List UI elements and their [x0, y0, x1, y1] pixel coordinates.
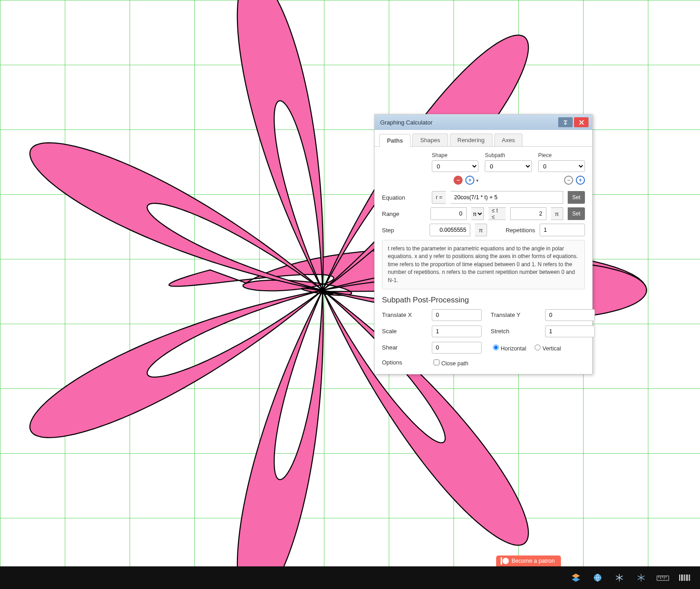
tab-bar: Paths Shapes Rendering Axes — [375, 130, 592, 147]
close-icon — [579, 120, 584, 125]
range-label: Range — [382, 211, 426, 217]
equation-set-button[interactable]: Set — [568, 191, 585, 204]
remove-subpath-icon[interactable]: − — [454, 176, 463, 185]
range-to-unit: π — [551, 207, 563, 220]
help-text: t refers to the parameter in parametric … — [382, 240, 585, 289]
dock-snowflake-icon[interactable] — [610, 569, 628, 587]
shear-label: Shear — [382, 344, 427, 351]
translate-y-label: Translate Y — [491, 311, 541, 318]
piece-header: Piece — [538, 152, 585, 158]
dock-barcode-icon[interactable] — [676, 569, 694, 587]
range-set-button[interactable]: Set — [568, 207, 585, 220]
dock-snowflake-alt-icon[interactable] — [632, 569, 650, 587]
tab-axes[interactable]: Axes — [494, 134, 523, 146]
dialog-titlebar[interactable]: Graphing Calculator — [375, 115, 592, 130]
chevron-down-icon[interactable]: ▾ — [476, 178, 478, 183]
step-unit: π — [475, 224, 487, 236]
bottom-dock — [0, 566, 700, 589]
step-input[interactable] — [430, 224, 470, 236]
orient-horizontal[interactable]: Horizontal — [491, 343, 526, 352]
equation-label: Equation — [382, 194, 427, 201]
scale-input[interactable] — [432, 326, 482, 337]
close-path-checkbox[interactable]: Close path — [432, 358, 599, 367]
range-to-input[interactable] — [510, 207, 546, 220]
minimize-icon — [563, 120, 568, 125]
range-from-unit[interactable]: π — [471, 207, 484, 220]
options-label: Options — [382, 359, 427, 366]
tab-paths[interactable]: Paths — [379, 134, 410, 147]
subpath-header: Subpath — [485, 152, 531, 158]
drawing-canvas[interactable] — [0, 0, 700, 589]
scale-label: Scale — [382, 328, 427, 335]
translate-y-input[interactable] — [545, 309, 595, 321]
repetitions-label: Repetitions — [506, 227, 535, 234]
shear-input[interactable] — [432, 342, 482, 354]
stretch-input[interactable] — [545, 326, 595, 337]
equation-input[interactable] — [450, 191, 563, 204]
patreon-icon — [502, 558, 509, 564]
repetitions-input[interactable] — [540, 224, 585, 236]
dialog-title: Graphing Calculator — [380, 119, 433, 126]
range-relation: ≤ t ≤ — [488, 207, 506, 220]
close-button[interactable] — [574, 117, 589, 127]
patreon-button[interactable]: Become a patron — [496, 555, 561, 566]
subpath-select[interactable]: 0 — [485, 160, 531, 172]
add-piece-icon[interactable]: + — [576, 176, 585, 185]
translate-x-input[interactable] — [432, 309, 482, 321]
post-processing-heading: Subpath Post-Processing — [382, 296, 585, 305]
translate-x-label: Translate X — [382, 311, 427, 318]
minimize-button[interactable] — [558, 117, 573, 127]
stretch-label: Stretch — [491, 328, 541, 335]
tab-rendering[interactable]: Rendering — [450, 134, 492, 146]
step-label: Step — [382, 227, 425, 234]
patreon-label: Become a patron — [512, 558, 555, 564]
graphing-calculator-dialog: Graphing Calculator Paths Shapes Renderi… — [374, 114, 593, 374]
dock-globe-icon[interactable] — [589, 569, 607, 587]
add-subpath-icon[interactable]: + — [465, 176, 474, 185]
remove-piece-icon[interactable]: − — [564, 176, 573, 185]
dock-ruler-icon[interactable] — [654, 569, 672, 587]
shape-select[interactable]: 0 — [432, 160, 478, 172]
shape-header: Shape — [432, 152, 478, 158]
range-from-input[interactable] — [430, 207, 467, 220]
tab-shapes[interactable]: Shapes — [412, 134, 448, 146]
dock-layers-icon[interactable] — [567, 569, 585, 587]
equation-prefix: r = — [432, 191, 446, 204]
orient-vertical[interactable]: Vertical — [532, 343, 561, 352]
piece-select[interactable]: 0 — [538, 160, 585, 172]
